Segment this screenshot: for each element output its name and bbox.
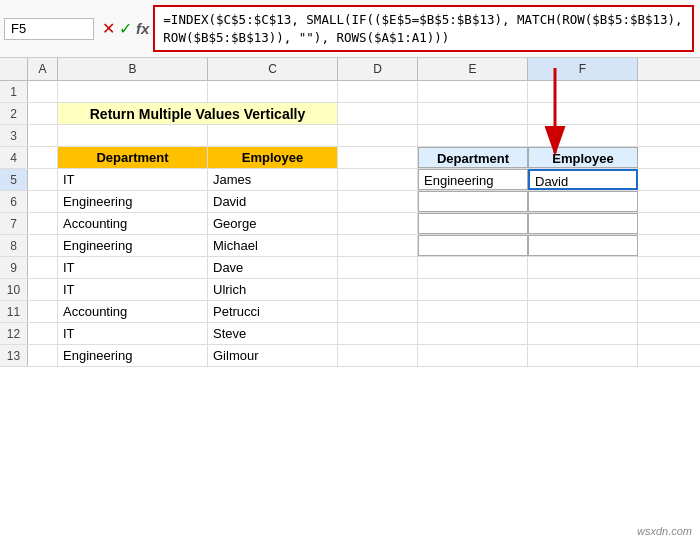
cell-c1[interactable] [208,81,338,102]
data-cell: Ulrich [213,282,246,297]
cell-c3[interactable] [208,125,338,146]
col-header-b[interactable]: B [58,58,208,80]
cell-a1[interactable] [28,81,58,102]
cell-d1[interactable] [338,81,418,102]
cell-f4-header[interactable]: Employee [528,147,638,168]
cell-d8[interactable] [338,235,418,256]
cell-a12[interactable] [28,323,58,344]
cell-c4-header[interactable]: Employee [208,147,338,168]
cell-e10[interactable] [418,279,528,300]
data-cell: Engineering [63,348,132,363]
cell-b4-header[interactable]: Department [58,147,208,168]
cell-f13[interactable] [528,345,638,366]
col-header-f[interactable]: F [528,58,638,80]
cell-a6[interactable] [28,191,58,212]
cancel-icon[interactable]: ✕ [102,19,115,38]
cell-name-box[interactable]: F5 [4,18,94,40]
cell-b13[interactable]: Engineering [58,345,208,366]
cell-d5[interactable] [338,169,418,190]
cell-a5[interactable] [28,169,58,190]
cell-e7[interactable] [418,213,528,234]
cell-d10[interactable] [338,279,418,300]
data-cell: IT [63,282,75,297]
cell-b1[interactable] [58,81,208,102]
cell-e8[interactable] [418,235,528,256]
cell-d13[interactable] [338,345,418,366]
cell-a9[interactable] [28,257,58,278]
cell-c9[interactable]: Dave [208,257,338,278]
cell-b12[interactable]: IT [58,323,208,344]
cell-f9[interactable] [528,257,638,278]
cell-a3[interactable] [28,125,58,146]
cell-e3[interactable] [418,125,528,146]
data-cell: George [213,216,256,231]
cell-a13[interactable] [28,345,58,366]
cell-e4-header[interactable]: Department [418,147,528,168]
cell-e11[interactable] [418,301,528,322]
cell-d6[interactable] [338,191,418,212]
cell-b7[interactable]: Accounting [58,213,208,234]
cell-f8[interactable] [528,235,638,256]
col-header-a[interactable]: A [28,58,58,80]
cell-f3[interactable] [528,125,638,146]
cell-a4[interactable] [28,147,58,168]
cell-a10[interactable] [28,279,58,300]
cell-d2[interactable] [338,103,418,124]
cell-title[interactable]: Return Multiple Values Vertically [58,103,338,124]
cell-a7[interactable] [28,213,58,234]
right-col-emp-label: Employee [552,151,613,166]
cell-f12[interactable] [528,323,638,344]
cell-d4[interactable] [338,147,418,168]
cell-b10[interactable]: IT [58,279,208,300]
cell-f7[interactable] [528,213,638,234]
cell-b8[interactable]: Engineering [58,235,208,256]
cell-b3[interactable] [58,125,208,146]
cell-c12[interactable]: Steve [208,323,338,344]
cell-a2[interactable] [28,103,58,124]
confirm-icon[interactable]: ✓ [119,19,132,38]
table-row: 11 Accounting Petrucci [0,301,700,323]
data-cell: Accounting [63,216,127,231]
cell-b9[interactable]: IT [58,257,208,278]
cell-c8[interactable]: Michael [208,235,338,256]
cell-f1[interactable] [528,81,638,102]
cell-c7[interactable]: George [208,213,338,234]
cell-e2[interactable] [418,103,528,124]
cell-c11[interactable]: Petrucci [208,301,338,322]
cell-a8[interactable] [28,235,58,256]
row-num-10: 10 [0,279,28,300]
cell-c13[interactable]: Gilmour [208,345,338,366]
cell-f5[interactable]: David [528,169,638,190]
cell-a11[interactable] [28,301,58,322]
cell-d7[interactable] [338,213,418,234]
column-headers: A B C D E F [0,58,700,81]
col-header-e[interactable]: E [418,58,528,80]
cell-d3[interactable] [338,125,418,146]
table-row: 9 IT Dave [0,257,700,279]
cell-e13[interactable] [418,345,528,366]
cell-b5[interactable]: IT [58,169,208,190]
cell-d12[interactable] [338,323,418,344]
cell-c6[interactable]: David [208,191,338,212]
row-num-6: 6 [0,191,28,212]
cell-name-label: F5 [11,21,26,36]
cell-e12[interactable] [418,323,528,344]
formula-input[interactable]: =INDEX($C$5:$C$13, SMALL(IF(($E$5=$B$5:$… [153,5,694,52]
cell-d11[interactable] [338,301,418,322]
cell-c10[interactable]: Ulrich [208,279,338,300]
table-row: 10 IT Ulrich [0,279,700,301]
cell-f10[interactable] [528,279,638,300]
cell-e6[interactable] [418,191,528,212]
cell-d9[interactable] [338,257,418,278]
cell-e5[interactable]: Engineering [418,169,528,190]
cell-c5[interactable]: James [208,169,338,190]
cell-f6[interactable] [528,191,638,212]
col-header-c[interactable]: C [208,58,338,80]
cell-f2[interactable] [528,103,638,124]
cell-e9[interactable] [418,257,528,278]
col-header-d[interactable]: D [338,58,418,80]
cell-b11[interactable]: Accounting [58,301,208,322]
cell-f11[interactable] [528,301,638,322]
cell-e1[interactable] [418,81,528,102]
cell-b6[interactable]: Engineering [58,191,208,212]
